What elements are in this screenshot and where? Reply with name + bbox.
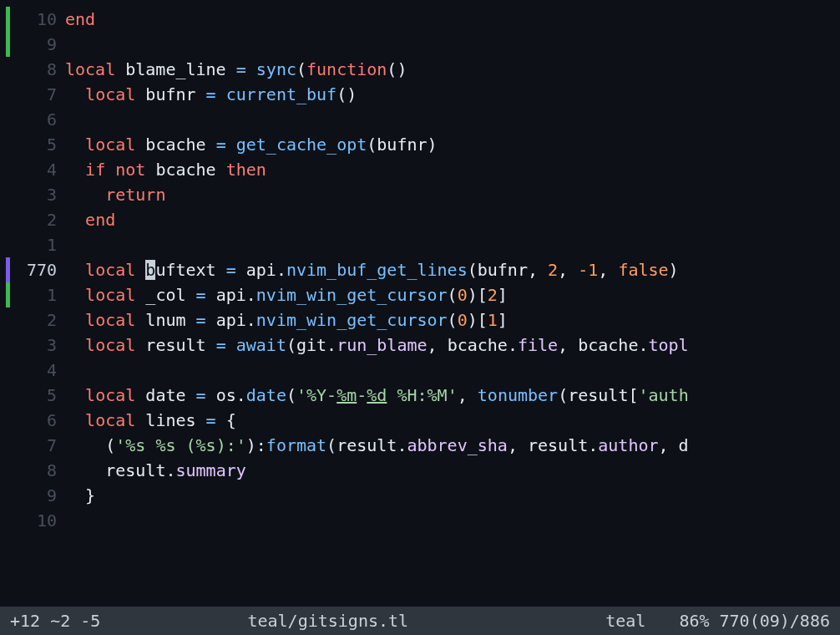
line-number: 9 [15, 32, 65, 57]
code-line[interactable]: 2 end [0, 207, 840, 232]
code-line[interactable]: 10 [0, 508, 840, 533]
code-line[interactable]: 4 [0, 358, 840, 383]
code-content[interactable]: result.summary [65, 458, 840, 483]
sign-column [0, 107, 15, 132]
code-content[interactable]: if not bcache then [65, 157, 840, 182]
sign-column [0, 508, 15, 533]
code-content[interactable]: local bufnr = current_buf() [65, 82, 840, 107]
statusline: +12 ~2 -5 teal/gitsigns.tl teal 86% 770(… [0, 607, 840, 635]
code-line[interactable]: 6 local lines = { [0, 408, 840, 433]
line-number: 8 [15, 57, 65, 82]
line-number: 2 [15, 307, 65, 333]
line-number: 7 [15, 433, 65, 458]
line-number: 770 [15, 257, 65, 282]
sign-column [0, 383, 15, 408]
line-number: 1 [15, 232, 65, 257]
sign-column [0, 257, 15, 282]
sign-column [0, 282, 15, 307]
code-line[interactable]: 1 [0, 232, 840, 257]
code-line[interactable]: 10end [0, 7, 840, 32]
sign-column [0, 408, 15, 433]
line-number: 3 [15, 182, 65, 207]
code-content[interactable]: local date = os.date('%Y-%m-%d %H:%M', t… [65, 383, 840, 408]
code-content[interactable]: local _col = api.nvim_win_get_cursor(0)[… [65, 282, 840, 307]
sign-column [0, 207, 15, 232]
sign-column [0, 458, 15, 483]
line-number: 5 [15, 383, 65, 408]
git-add-sign [6, 7, 10, 32]
status-filetype: teal [605, 608, 645, 633]
sign-column [0, 433, 15, 458]
code-content[interactable]: local bcache = get_cache_opt(bufnr) [65, 132, 840, 157]
status-filename: teal/gitsigns.tl [50, 608, 605, 633]
git-change-sign [6, 257, 10, 282]
line-number: 8 [15, 458, 65, 483]
code-line[interactable]: 9 [0, 32, 840, 57]
git-add-sign [6, 32, 10, 57]
code-content[interactable]: local lnum = api.nvim_win_get_cursor(0)[… [65, 307, 840, 333]
git-add-sign [6, 282, 10, 307]
line-number: 4 [15, 157, 65, 182]
code-content[interactable]: local result = await(git.run_blame, bcac… [65, 333, 840, 358]
line-number: 6 [15, 408, 65, 433]
code-line[interactable]: 5 local date = os.date('%Y-%m-%d %H:%M',… [0, 383, 840, 408]
line-number: 10 [15, 7, 65, 32]
code-line[interactable]: 7 local bufnr = current_buf() [0, 82, 840, 107]
sign-column [0, 232, 15, 257]
code-content[interactable]: end [65, 207, 840, 232]
code-editor[interactable]: 10end98local blame_line = sync(function(… [0, 0, 840, 533]
code-line[interactable]: 8 result.summary [0, 458, 840, 483]
sign-column [0, 32, 15, 57]
code-content[interactable]: ('%s %s (%s):'):format(result.abbrev_sha… [65, 433, 840, 458]
code-line[interactable]: 2 local lnum = api.nvim_win_get_cursor(0… [0, 307, 840, 333]
line-number: 9 [15, 483, 65, 508]
code-content[interactable]: local buftext = api.nvim_buf_get_lines(b… [65, 257, 840, 282]
code-content[interactable]: local lines = { [65, 408, 840, 433]
line-number: 3 [15, 333, 65, 358]
sign-column [0, 333, 15, 358]
sign-column [0, 82, 15, 107]
line-number: 1 [15, 282, 65, 307]
code-line[interactable]: 6 [0, 107, 840, 132]
sign-column [0, 57, 15, 82]
code-content[interactable]: } [65, 483, 840, 508]
code-line[interactable]: 7 ('%s %s (%s):'):format(result.abbrev_s… [0, 433, 840, 458]
code-line[interactable]: 5 local bcache = get_cache_opt(bufnr) [0, 132, 840, 157]
sign-column [0, 182, 15, 207]
code-line[interactable]: 3 local result = await(git.run_blame, bc… [0, 333, 840, 358]
code-content[interactable]: local blame_line = sync(function() [65, 57, 840, 82]
status-position: 86% 770(09)/886 [679, 608, 830, 633]
line-number: 5 [15, 132, 65, 157]
code-line[interactable]: 1 local _col = api.nvim_win_get_cursor(0… [0, 282, 840, 307]
line-number: 7 [15, 82, 65, 107]
line-number: 6 [15, 107, 65, 132]
code-line[interactable]: 770 local buftext = api.nvim_buf_get_lin… [0, 257, 840, 282]
code-line[interactable]: 9 } [0, 483, 840, 508]
sign-column [0, 7, 15, 32]
sign-column [0, 132, 15, 157]
code-line[interactable]: 8local blame_line = sync(function() [0, 57, 840, 82]
code-line[interactable]: 3 return [0, 182, 840, 207]
sign-column [0, 307, 15, 333]
line-number: 2 [15, 207, 65, 232]
sign-column [0, 483, 15, 508]
line-number: 10 [15, 508, 65, 533]
sign-column [0, 358, 15, 383]
code-content[interactable]: end [65, 7, 840, 32]
line-number: 4 [15, 358, 65, 383]
code-content[interactable]: return [65, 182, 840, 207]
sign-column [0, 157, 15, 182]
code-line[interactable]: 4 if not bcache then [0, 157, 840, 182]
